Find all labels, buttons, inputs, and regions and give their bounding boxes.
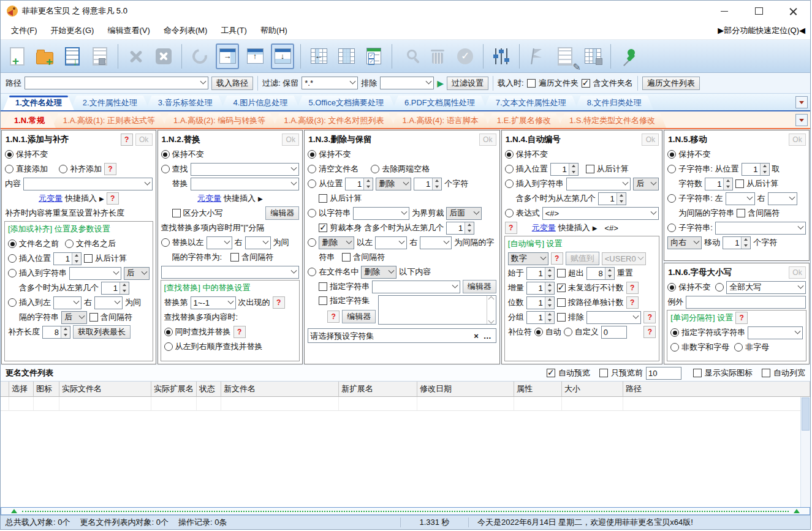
help-button[interactable]: ? [626,282,639,294]
dropdown-arrow-icon[interactable] [143,178,152,190]
trim-spaces-radio[interactable] [371,165,379,173]
tab-advanced-script[interactable]: 1.A.高级(4): 语言脚本 [392,113,490,128]
dropdown-arrow-icon[interactable] [289,178,298,190]
spin-down-icon[interactable] [545,273,554,279]
auto-col-width-checkbox[interactable] [762,369,770,377]
assign-target-combo[interactable]: <USER0> [602,252,646,265]
col-status[interactable]: 状态 [197,382,221,396]
expression-combo[interactable]: <#> [542,207,659,220]
from-end-checkbox[interactable] [586,165,594,173]
multi-index-spinner[interactable]: 1 [101,282,129,295]
apply-check-icon[interactable]: ✓ [453,43,477,69]
tab-text-attributes[interactable]: 7.文本文件属性处理 [484,96,579,110]
custom-pad-input[interactable]: 0 [601,326,627,339]
help-button[interactable]: ? [505,222,517,234]
from-end-checkbox[interactable] [735,179,744,188]
spin-down-icon[interactable] [364,184,373,190]
before-after-combo[interactable]: 后 [633,178,659,190]
help-button[interactable]: ? [735,312,748,324]
number-type-combo[interactable]: 数字 [508,252,548,265]
replace-combo[interactable] [191,178,300,190]
col-modified-date[interactable]: 修改日期 [417,382,514,396]
horizontal-splitter[interactable] [1,507,810,515]
sep-replace-combo[interactable] [161,266,300,279]
insert-pos-spinner[interactable]: 1 [53,252,82,265]
include-sep-checkbox[interactable] [89,313,98,322]
tab-file-classify[interactable]: 8.文件归类处理 [575,96,654,110]
dropdown-arrow-icon[interactable] [222,237,232,249]
col-row-indicator[interactable] [1,382,9,396]
clear-list-icon[interactable] [152,43,175,69]
recycle-icon[interactable] [426,43,449,69]
charset-textarea[interactable] [378,295,496,325]
dropdown-arrow-icon[interactable] [442,237,451,249]
nth-combo[interactable]: 1~-1 [191,296,236,309]
spin-up-icon[interactable] [569,164,578,170]
spin-up-icon[interactable] [724,178,732,184]
settings-sliders-icon[interactable] [490,43,513,69]
tab-pdf-attributes[interactable]: 6.PDF文档属性处理 [392,96,487,110]
column-layout-icon[interactable] [335,43,358,69]
panel-bottom-icon[interactable]: ↓ [271,43,294,69]
from-pos-spinner[interactable]: 1 [345,178,373,190]
minimize-button[interactable] [707,1,742,21]
traverse-file-list-button[interactable]: 遍历文件列表 [642,77,700,90]
spin-up-icon[interactable] [120,282,129,288]
crop-self-checkbox[interactable] [319,224,327,232]
col-select[interactable]: 选择 [9,382,34,396]
dropdown-arrow-icon[interactable] [401,178,411,190]
menu-edit-view[interactable]: 编辑查看(V) [102,23,155,38]
case-mode-radio[interactable] [715,283,724,292]
menu-file[interactable]: 文件(F) [6,23,43,38]
panel-right-icon[interactable]: → [216,43,239,69]
tab-normal[interactable]: 1.N.常规 [3,113,56,128]
dropdown-arrow-icon[interactable] [348,77,357,89]
case-mode-combo[interactable]: 全部大写 [726,281,806,294]
sub-between-radio[interactable] [667,194,676,203]
before-after-combo[interactable]: 后 [124,267,150,280]
tab-overflow-button[interactable] [795,114,808,126]
right-sep-combo[interactable] [245,236,271,249]
dropdown-arrow-icon[interactable] [636,253,645,265]
help-button[interactable]: ? [643,326,656,338]
search-icon[interactable] [398,43,422,69]
textarea-scrollbar[interactable] [487,296,496,324]
dropdown-arrow-icon[interactable] [793,327,802,339]
overflow-checkbox[interactable] [557,269,566,277]
keep-radio[interactable] [161,150,170,159]
dropdown-arrow-icon[interactable] [72,297,81,309]
spin-down-icon[interactable] [61,332,70,338]
dropdown-arrow-icon[interactable] [745,193,754,205]
spin-up-icon[interactable] [545,297,554,303]
custom-pad-radio[interactable] [564,328,572,336]
dropdown-arrow-icon[interactable] [539,253,548,265]
insert-pos-radio[interactable] [505,165,514,173]
dropdown-arrow-icon[interactable] [472,208,481,219]
dropdown-arrow-icon[interactable] [289,164,298,175]
dropdown-arrow-icon[interactable] [113,297,122,309]
help-button[interactable]: ? [327,311,340,323]
metavar-link[interactable]: 元变量 [39,193,63,204]
tab-advanced-regex[interactable]: 1.A.高级(1): 正则表达式等 [52,113,166,128]
path-combo[interactable] [25,77,208,89]
delete-between-radio[interactable] [308,238,316,247]
left-sep-combo[interactable] [53,296,82,309]
col-new-name[interactable]: 新文件名 [221,382,339,396]
per-path-checkbox[interactable] [557,298,566,307]
spin-up-icon[interactable] [364,178,373,184]
ok-button[interactable]: Ok [479,134,496,146]
pad-add-radio[interactable] [59,165,67,173]
right-sep-combo[interactable] [94,296,123,309]
quick-insert-label[interactable]: 快捷插入 [558,222,590,233]
col-path[interactable]: 路径 [623,382,810,396]
dropdown-arrow-icon[interactable] [692,237,701,249]
clear-name-radio[interactable] [308,165,316,173]
include-sep-checkbox[interactable] [737,209,745,217]
editor-button[interactable]: 编辑器 [463,280,496,293]
exclude-combo[interactable] [586,311,642,324]
replace-between-radio[interactable] [161,238,170,247]
help-button[interactable]: ? [233,326,246,338]
insert-to-string-radio[interactable] [8,269,17,277]
start-spinner[interactable]: 1 [526,267,555,280]
in-name-radio[interactable] [308,268,316,276]
